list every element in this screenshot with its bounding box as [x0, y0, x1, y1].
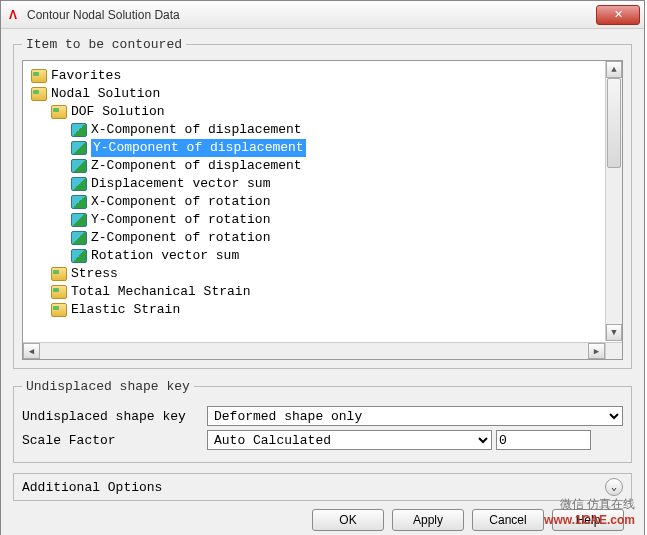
- cube-icon: [71, 141, 87, 155]
- tree-item[interactable]: Y-Component of displacement: [27, 139, 618, 157]
- tree-item[interactable]: X-Component of rotation: [27, 193, 618, 211]
- folder-icon: [51, 105, 67, 119]
- cube-icon: [71, 249, 87, 263]
- form-row-scale-factor: Scale Factor Auto Calculated: [22, 430, 623, 450]
- dialog-window: Λ Contour Nodal Solution Data ✕ Item to …: [0, 0, 645, 535]
- cube-icon: [71, 195, 87, 209]
- additional-options-expander[interactable]: Additional Options ⌄: [13, 473, 632, 501]
- cube-icon: [71, 159, 87, 173]
- group-legend: Item to be contoured: [22, 37, 186, 52]
- close-button[interactable]: ✕: [596, 5, 640, 25]
- tree-item[interactable]: Displacement vector sum: [27, 175, 618, 193]
- tree-item-label: Displacement vector sum: [91, 175, 270, 193]
- form-row-shape-key: Undisplaced shape key Deformed shape onl…: [22, 406, 623, 426]
- tree-item-label: Total Mechanical Strain: [71, 283, 250, 301]
- button-row: OK Apply Cancel Help: [13, 509, 632, 535]
- tree-item-label: Rotation vector sum: [91, 247, 239, 265]
- scroll-right-button[interactable]: ▶: [588, 343, 605, 359]
- tree-item[interactable]: Z-Component of displacement: [27, 157, 618, 175]
- folder-icon: [51, 303, 67, 317]
- scale-factor-label: Scale Factor: [22, 433, 207, 448]
- group-undisplaced-shape: Undisplaced shape key Undisplaced shape …: [13, 379, 632, 463]
- shape-key-label: Undisplaced shape key: [22, 409, 207, 424]
- group-legend: Undisplaced shape key: [22, 379, 194, 394]
- tree-item-label: Nodal Solution: [51, 85, 160, 103]
- cancel-button[interactable]: Cancel: [472, 509, 544, 531]
- tree[interactable]: FavoritesNodal SolutionDOF SolutionX-Com…: [23, 61, 622, 341]
- tree-item-label: X-Component of rotation: [91, 193, 270, 211]
- cube-icon: [71, 123, 87, 137]
- horizontal-scrollbar[interactable]: ◀ ▶: [23, 342, 605, 359]
- window-title: Contour Nodal Solution Data: [27, 8, 596, 22]
- chevron-down-icon[interactable]: ⌄: [605, 478, 623, 496]
- tree-item-label: Z-Component of displacement: [91, 157, 302, 175]
- tree-item-label: Elastic Strain: [71, 301, 180, 319]
- tree-container: FavoritesNodal SolutionDOF SolutionX-Com…: [22, 60, 623, 360]
- scale-factor-input[interactable]: [496, 430, 591, 450]
- tree-item-label: Y-Component of displacement: [91, 139, 306, 157]
- vertical-scrollbar[interactable]: ▲ ▼: [605, 61, 622, 341]
- tree-item-label: X-Component of displacement: [91, 121, 302, 139]
- shape-key-select[interactable]: Deformed shape only: [207, 406, 623, 426]
- cube-icon: [71, 177, 87, 191]
- tree-item[interactable]: DOF Solution: [27, 103, 618, 121]
- app-icon: Λ: [5, 7, 21, 23]
- scroll-thumb[interactable]: [607, 78, 621, 168]
- titlebar: Λ Contour Nodal Solution Data ✕: [1, 1, 644, 29]
- dialog-body: Item to be contoured FavoritesNodal Solu…: [1, 29, 644, 535]
- tree-item[interactable]: Total Mechanical Strain: [27, 283, 618, 301]
- ok-button[interactable]: OK: [312, 509, 384, 531]
- cube-icon: [71, 213, 87, 227]
- cube-icon: [71, 231, 87, 245]
- apply-button[interactable]: Apply: [392, 509, 464, 531]
- scroll-left-button[interactable]: ◀: [23, 343, 40, 359]
- folder-icon: [31, 69, 47, 83]
- tree-item-label: Y-Component of rotation: [91, 211, 270, 229]
- tree-item-label: Favorites: [51, 67, 121, 85]
- tree-item[interactable]: Z-Component of rotation: [27, 229, 618, 247]
- tree-item[interactable]: Stress: [27, 265, 618, 283]
- tree-item[interactable]: Elastic Strain: [27, 301, 618, 319]
- tree-item[interactable]: Favorites: [27, 67, 618, 85]
- folder-icon: [51, 267, 67, 281]
- help-button[interactable]: Help: [552, 509, 624, 531]
- tree-item[interactable]: X-Component of displacement: [27, 121, 618, 139]
- scroll-up-button[interactable]: ▲: [606, 61, 622, 78]
- tree-item[interactable]: Y-Component of rotation: [27, 211, 618, 229]
- scale-factor-select[interactable]: Auto Calculated: [207, 430, 492, 450]
- additional-options-label: Additional Options: [22, 480, 605, 495]
- tree-item-label: Stress: [71, 265, 118, 283]
- tree-item-label: DOF Solution: [71, 103, 165, 121]
- tree-item[interactable]: Rotation vector sum: [27, 247, 618, 265]
- scroll-down-button[interactable]: ▼: [606, 324, 622, 341]
- folder-icon: [31, 87, 47, 101]
- scroll-corner: [605, 342, 622, 359]
- group-item-to-contour: Item to be contoured FavoritesNodal Solu…: [13, 37, 632, 369]
- folder-icon: [51, 285, 67, 299]
- tree-item-label: Z-Component of rotation: [91, 229, 270, 247]
- tree-item[interactable]: Nodal Solution: [27, 85, 618, 103]
